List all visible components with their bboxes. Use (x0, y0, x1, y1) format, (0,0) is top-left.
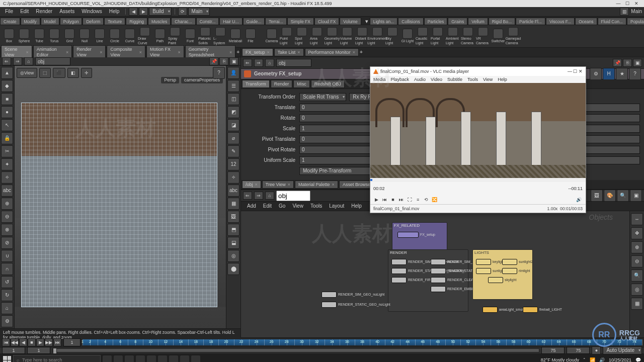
shelf-tab[interactable]: Fluid Con... (598, 18, 626, 25)
houdini-logo-icon[interactable]: H (603, 68, 615, 80)
range-start-field-2[interactable] (27, 347, 50, 354)
network-tab[interactable]: /obj× (242, 180, 261, 189)
add-tab-icon[interactable]: + (236, 49, 239, 55)
shelf-tab[interactable]: Particle Fl... (516, 18, 545, 25)
playbar-button[interactable]: ◀ (19, 338, 27, 346)
home-icon[interactable]: ⌂ (265, 192, 274, 200)
shelf-tool[interactable]: VR Camera (476, 27, 490, 45)
network-menu-item[interactable]: Edit (260, 202, 275, 210)
viewport-tool-icon[interactable]: ∩ (1, 263, 13, 275)
shelf-tab[interactable]: Charac... (171, 18, 196, 25)
path-back-icon[interactable]: ⇐ (243, 59, 252, 67)
shelf-tool[interactable]: Tube (32, 27, 46, 45)
shelf-tab[interactable]: Rigid Bo... (489, 18, 515, 25)
pane-tab[interactable]: Performance Monitor× (305, 48, 359, 57)
view-mode-button[interactable]: ◎ View (17, 68, 37, 78)
shelf-tab[interactable]: Collisions (398, 18, 423, 25)
shelf-tab[interactable]: Rigging (126, 18, 147, 25)
network-side-icon[interactable]: ◎ (631, 284, 643, 296)
houdini-icon[interactable] (147, 355, 156, 362)
param-tab[interactable]: Redshift OBJ (311, 80, 345, 88)
viewport-tool-icon[interactable]: ⊗ (1, 224, 13, 236)
shelf-tool[interactable]: Circle (108, 27, 122, 45)
vlc-seek-bar[interactable] (370, 178, 586, 182)
display-option-icon[interactable]: ☰ (227, 80, 239, 92)
network-menu-item[interactable]: View (289, 202, 306, 210)
link-icon[interactable]: ⎘ (623, 59, 632, 67)
path-fwd-icon[interactable]: ⇒ (254, 192, 263, 200)
update-mode-dropdown[interactable]: Auto Update (603, 346, 642, 354)
vlc-icon[interactable] (169, 355, 178, 362)
firefox-icon[interactable] (136, 355, 145, 362)
select-visible-icon[interactable]: ◧ (67, 68, 79, 78)
select-tool-icon[interactable]: ⬚ (39, 68, 51, 78)
display-option-icon[interactable]: ◩ (227, 106, 239, 118)
range-end-field[interactable] (541, 347, 565, 354)
tray-wifi-icon[interactable]: 📶 (590, 357, 595, 362)
menu-windows[interactable]: Windows (78, 8, 105, 16)
shelf-tool[interactable]: Geometry Light (325, 27, 339, 45)
close-icon[interactable]: × (288, 182, 290, 188)
playbar-button[interactable]: ▶ (36, 338, 44, 346)
display-option-icon[interactable]: ⬒ (227, 224, 239, 236)
display-option-icon[interactable]: ⬓ (227, 237, 239, 249)
path-fwd-icon[interactable]: ⇒ (13, 57, 22, 65)
network-tab[interactable]: Tree View× (262, 180, 294, 189)
shelf-tool[interactable]: Platonic Solids (198, 27, 212, 45)
network-side-icon[interactable]: ⊖ (631, 255, 643, 267)
network-side-icon[interactable]: ▦ (631, 298, 643, 310)
expand-icon[interactable]: ▣ (630, 190, 642, 202)
nav-back-icon[interactable]: ◀ (129, 8, 138, 16)
shelf-tool[interactable]: Spot Light (295, 27, 309, 45)
vlc-menu-item[interactable]: Audio (414, 77, 426, 82)
scene-viewport[interactable]: ◎ View ⬚ ⬛ ◧ ✛ Persp cameraProperties ? (15, 66, 226, 328)
desktop-dropdown[interactable]: Build (149, 8, 171, 16)
help-icon[interactable]: ? (629, 68, 641, 80)
snap-icon[interactable]: ✛ (81, 68, 92, 78)
home-icon[interactable]: ⌂ (24, 57, 33, 65)
close-icon[interactable]: × (229, 50, 232, 55)
param-tab[interactable]: Misc (293, 80, 310, 88)
network-menu-item[interactable]: Layout (326, 202, 347, 210)
update-dropdown[interactable]: Main (188, 8, 210, 16)
shelf-tab[interactable]: Viscous F... (546, 18, 575, 25)
shelf-tool[interactable]: L-System (213, 27, 227, 45)
playbar-button[interactable]: ⏭ (53, 338, 61, 346)
add-image-icon[interactable]: 🖼 (591, 190, 603, 202)
home-icon[interactable]: ⌂ (265, 59, 274, 67)
autokey-icon[interactable]: ● (592, 346, 601, 354)
display-option-icon[interactable]: ◫ (227, 93, 239, 105)
viewport-tool-icon[interactable]: ✧ (1, 171, 13, 184)
viewport-tool-icon[interactable]: ↻ (1, 289, 13, 301)
network-path-input[interactable] (276, 191, 310, 201)
network-menu-item[interactable]: Add (244, 202, 259, 210)
shelf-tool[interactable]: Camera (265, 27, 279, 45)
maximize-pane-icon[interactable]: ▣ (229, 57, 238, 65)
playbar-button[interactable]: ▶▶ (45, 338, 53, 346)
viewport-tool-icon[interactable]: ● (1, 106, 13, 118)
network-menu-item[interactable]: Go (276, 202, 288, 210)
viewport-tool-icon[interactable]: ∪ (1, 250, 13, 262)
node-loose[interactable]: areaLight_smoke (482, 307, 526, 313)
close-icon[interactable]: × (178, 50, 181, 55)
weather-widget[interactable]: 82°F Mostly cloudy (541, 357, 579, 362)
path-back-icon[interactable]: ⇐ (243, 192, 252, 200)
vlc-video-area[interactable] (370, 83, 586, 178)
shelf-tool[interactable]: Metaball (228, 27, 243, 45)
vlc-menu-item[interactable]: Media (373, 77, 386, 82)
shelf-tool[interactable]: Caustic Light (416, 27, 430, 45)
viewport-tool-icon[interactable]: ✦ (1, 158, 13, 170)
menu-file[interactable]: File (2, 8, 16, 16)
shelf-tool[interactable]: Stereo Camera (461, 27, 475, 45)
explorer-icon[interactable] (114, 355, 123, 362)
network-side-icon[interactable]: ✥ (631, 227, 643, 239)
playbar-button[interactable]: ⏮ (2, 338, 10, 346)
playbar-button[interactable]: ■ (28, 338, 36, 346)
taskbar-date[interactable]: 10/25/2021 (609, 357, 631, 362)
param-tab[interactable]: Render (271, 80, 293, 88)
vlc-shuffle-icon[interactable]: 🔀 (432, 197, 438, 203)
shelf-tool[interactable]: Area Light (310, 27, 324, 45)
node-light[interactable]: skylight (488, 277, 516, 283)
network-side-icon[interactable]: ⊕ (631, 241, 643, 253)
path-back-icon[interactable]: ⇐ (2, 57, 11, 65)
